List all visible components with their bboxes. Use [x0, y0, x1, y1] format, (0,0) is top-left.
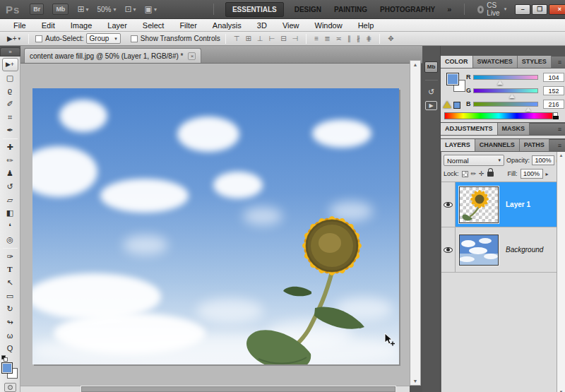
document-canvas[interactable] [32, 88, 399, 364]
layers-panel-menu-icon[interactable]: ≡ [554, 140, 565, 151]
actions-panel-icon[interactable]: ▶ [425, 101, 437, 110]
layer-row-background[interactable]: Background [441, 227, 565, 273]
background-visibility-cell[interactable] [441, 227, 456, 272]
tab-channels[interactable]: CHANNELS [475, 139, 520, 151]
tool-history-brush[interactable]: ↺ [2, 180, 18, 194]
blue-slider-thumb[interactable] [525, 107, 531, 112]
workspace-overflow-chevron[interactable]: » [447, 5, 451, 13]
tool-hand[interactable]: ω [2, 329, 18, 343]
green-value-field[interactable]: 152 [543, 86, 564, 95]
distribute-vcenter-icon[interactable]: ≣ [324, 35, 330, 42]
distribute-bottom-icon[interactable]: ≍ [336, 35, 342, 42]
arrange-documents-icon[interactable]: ⊡ [124, 4, 131, 14]
show-transform-checkbox[interactable] [131, 35, 138, 42]
align-horizontal-centers-icon[interactable]: ⊟ [280, 35, 286, 42]
panel-foreground-swatch[interactable] [446, 73, 459, 85]
minimize-button[interactable]: – [515, 4, 530, 15]
tool-eyedropper[interactable]: ✒ [2, 124, 18, 137]
tool-3d-rotate[interactable]: ↻ [2, 302, 18, 316]
green-slider-thumb[interactable] [509, 94, 515, 98]
document-tab-close-icon[interactable]: × [188, 52, 196, 60]
align-right-edges-icon[interactable]: ⊣ [292, 35, 299, 42]
tool-path-selection[interactable]: ↖ [2, 276, 18, 290]
close-button[interactable]: × [549, 4, 565, 15]
eye-icon[interactable] [444, 247, 453, 253]
layers-scrollbar[interactable]: ▲ ▼ [557, 152, 565, 392]
zoom-level-dropdown[interactable]: 50% [97, 6, 111, 13]
tab-paths[interactable]: PATHS [520, 139, 549, 151]
tool-spot-healing-brush[interactable]: ✚ [2, 141, 18, 154]
tool-zoom[interactable]: Q [2, 342, 18, 355]
workspace-essentials[interactable]: ESSENTIALS [225, 2, 284, 17]
blend-mode-dropdown[interactable]: Normal ▾ [444, 155, 504, 166]
red-slider[interactable] [473, 75, 538, 80]
layer1-visibility-cell[interactable] [441, 182, 456, 227]
tool-3d-orbit[interactable]: ↬ [2, 316, 18, 329]
menu-layer[interactable]: Layer [100, 21, 135, 30]
tool-pen[interactable]: ✑ [2, 250, 18, 263]
layer1-content[interactable]: Layer 1 [456, 182, 565, 227]
default-colors-icon[interactable] [1, 355, 8, 362]
distribute-hcenter-icon[interactable]: ∦ [357, 35, 360, 42]
screen-mode-icon[interactable]: ▣ [145, 4, 153, 14]
scroll-down-icon[interactable]: ▼ [413, 379, 418, 384]
tool-rectangular-marquee[interactable]: ▢ [2, 71, 18, 85]
red-value-field[interactable]: 104 [543, 73, 564, 82]
align-left-edges-icon[interactable]: ⊢ [269, 35, 275, 42]
view-extras-caret-icon[interactable]: ▾ [85, 6, 88, 13]
menu-image[interactable]: Image [63, 21, 100, 30]
workspace-painting[interactable]: PAINTING [334, 6, 367, 13]
layer-name[interactable]: Layer 1 [506, 201, 530, 208]
tool-dodge[interactable]: ◎ [2, 233, 18, 247]
move-tool-preset-icon[interactable]: ▶+ [7, 35, 17, 42]
screen-mode-caret-icon[interactable]: ▾ [154, 6, 157, 13]
lock-all-icon[interactable] [487, 172, 494, 177]
distribute-right-icon[interactable]: ⋕ [366, 35, 371, 42]
history-panel-icon[interactable]: ↺ [428, 88, 434, 97]
tool-brush[interactable]: ✏ [2, 154, 18, 167]
menu-select[interactable]: Select [135, 21, 172, 30]
tab-color[interactable]: COLOR [441, 56, 473, 68]
tab-adjustments[interactable]: ADJUSTMENTS [441, 123, 498, 135]
distribute-left-icon[interactable]: ∥ [347, 35, 351, 42]
scroll-up-icon[interactable]: ▲ [559, 153, 564, 158]
menu-view[interactable]: View [275, 21, 307, 30]
menu-3d[interactable]: 3D [249, 21, 275, 30]
minibridge-button[interactable]: Mb [52, 4, 69, 15]
tool-rectangle-shape[interactable]: ▭ [2, 290, 18, 303]
tool-lasso[interactable]: ϱ [2, 84, 18, 97]
tool-blur[interactable]: ❛ [2, 220, 18, 233]
bridge-button[interactable]: Br [30, 4, 44, 15]
tool-gradient[interactable]: ◧ [2, 207, 18, 220]
cs-live-button[interactable]: CS Live ▾ [477, 1, 506, 17]
tool-clone-stamp[interactable]: ♟ [2, 167, 18, 181]
auto-select-dropdown[interactable]: Group ▾ [86, 33, 121, 44]
tab-styles[interactable]: STYLES [518, 56, 552, 68]
menu-window[interactable]: Window [307, 21, 350, 30]
arrange-documents-caret-icon[interactable]: ▾ [133, 6, 136, 13]
auto-select-checkbox[interactable] [35, 35, 42, 42]
tool-preset-caret-icon[interactable]: ▾ [18, 36, 21, 42]
view-extras-icon[interactable]: ⊞ [77, 4, 84, 14]
tool-type[interactable]: T [2, 263, 18, 276]
tools-panel-collapse-button[interactable]: » [0, 47, 20, 57]
tool-crop[interactable]: ⌗ [2, 111, 18, 124]
vertical-scrollbar[interactable]: ▲ ▼ [410, 60, 421, 386]
tool-quick-selection[interactable]: ✐ [2, 97, 18, 111]
opacity-field[interactable]: 100% [532, 155, 554, 165]
menu-analysis[interactable]: Analysis [205, 21, 249, 30]
gamut-closest-color-swatch[interactable] [453, 102, 460, 109]
restore-button[interactable]: ❐ [532, 4, 547, 15]
layer-name[interactable]: Background [506, 246, 543, 254]
menu-file[interactable]: File [6, 21, 34, 30]
spectrum-black-swatch[interactable] [553, 116, 559, 119]
tab-masks[interactable]: MASKS [498, 123, 530, 135]
gamut-warning-icon[interactable] [443, 101, 451, 108]
color-spectrum-ramp[interactable] [444, 112, 553, 119]
menu-edit[interactable]: Edit [34, 21, 63, 30]
quick-mask-button[interactable] [4, 383, 16, 392]
background-thumbnail[interactable] [459, 234, 499, 266]
tab-layers[interactable]: LAYERS [441, 139, 475, 151]
align-top-edges-icon[interactable]: ⊤ [234, 35, 240, 42]
fill-spinner-icon[interactable]: ▸ [546, 171, 549, 177]
